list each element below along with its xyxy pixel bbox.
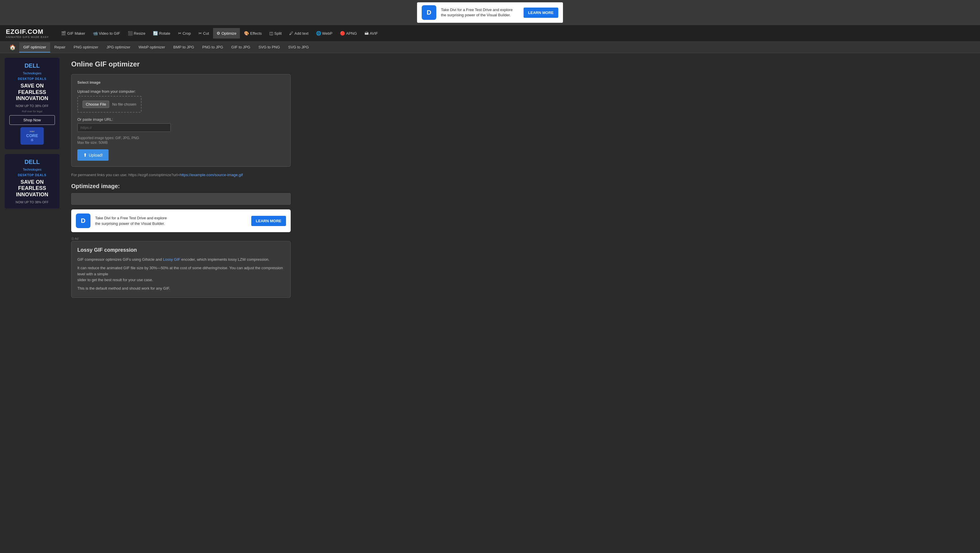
sub-nav-png-optimizer[interactable]: PNG optimizer	[70, 42, 102, 52]
crop-icon: ✂	[178, 31, 181, 36]
site-logo[interactable]: EZGIF.COM ANIMATED GIFS MADE EASY	[6, 25, 54, 41]
content-ad-info: ⓪ Ad	[71, 237, 291, 241]
optimized-image-placeholder	[71, 193, 291, 205]
nav-item-avif[interactable]: 🏔 AVIF	[361, 28, 382, 38]
sub-nav-svg-to-jpg[interactable]: SVG to JPG	[284, 42, 313, 52]
sub-nav-repair[interactable]: Repair	[50, 42, 70, 52]
top-ad-bar: D Take Divi for a Free Test Drive and ex…	[0, 0, 980, 25]
main-content: Online GIF optimizer Select image Upload…	[64, 53, 298, 305]
sidebar-ad2-sub: NOW UP TO 38% OFF	[16, 200, 48, 204]
nav-item-apng[interactable]: 🔴 APNG	[336, 28, 360, 38]
permalink-info: For permanent links you can use: https:/…	[71, 173, 291, 177]
sub-nav-gif-optimizer[interactable]: GIF optimizer	[19, 42, 50, 52]
avif-icon: 🏔	[364, 31, 369, 36]
lossy-section: Lossy GIF compression GIF compressor opt…	[71, 241, 291, 298]
select-image-box: Select image Upload image from your comp…	[71, 74, 291, 167]
apng-icon: 🔴	[340, 31, 345, 36]
gif-maker-icon: 🎬	[61, 31, 66, 36]
webp-icon: 🌐	[316, 31, 321, 36]
lossy-title: Lossy GIF compression	[77, 247, 285, 253]
split-icon: ◫	[269, 31, 273, 36]
sidebar-ad1-sub: NOW UP TO 38% OFF	[16, 104, 48, 108]
nav-item-crop[interactable]: ✂ Crop	[175, 28, 194, 38]
no-file-text: No file chosen	[112, 102, 136, 106]
lossy-text-4: This is the default method and should wo…	[77, 286, 285, 292]
nav-item-effects[interactable]: 🎨 Effects	[240, 28, 265, 38]
nav-item-add-text[interactable]: 🖊 Add text	[286, 28, 312, 38]
top-ad-banner: D Take Divi for a Free Test Drive and ex…	[417, 2, 563, 23]
sidebar-ad2-logo: DELL	[24, 159, 40, 165]
sidebar-ad1-legal: Roll over for legal	[22, 110, 42, 113]
nav-item-cut[interactable]: ✂ Cut	[195, 28, 212, 38]
top-ad-learn-more-button[interactable]: LEARN MORE	[523, 8, 558, 18]
sidebar-ad1-shop-now-button[interactable]: Shop Now	[10, 115, 55, 125]
sub-nav-bmp-to-jpg[interactable]: BMP to JPG	[169, 42, 198, 52]
paste-url-label: Or paste image URL:	[77, 117, 285, 122]
sidebar-ad1-headline: SAVE ON FEARLESS INNOVATION	[10, 83, 55, 102]
content-ad-logo: D	[76, 213, 91, 228]
sub-nav-gif-to-jpg[interactable]: GIF to JPG	[228, 42, 255, 52]
sub-nav-webp-optimizer[interactable]: WebP optimizer	[134, 42, 169, 52]
video-to-gif-icon: 📹	[93, 31, 98, 36]
nav-items: 🎬 GIF Maker 📹 Video to GIF ⬛ Resize 🔄 Ro…	[57, 28, 381, 38]
add-text-icon: 🖊	[289, 31, 293, 36]
sidebar-ad2-brand-sub: Technologies	[23, 168, 41, 171]
top-ad-text: Take Divi for a Free Test Drive and expl…	[441, 7, 519, 18]
max-file-size-text: Max file size: 50MB	[77, 141, 285, 145]
rotate-icon: 🔄	[153, 31, 158, 36]
supported-types-text: Supported image types: GIF, JPG, PNG	[77, 136, 285, 140]
sidebar-ad-2: DELL Technologies DESKTOP DEALS SAVE ON …	[5, 154, 59, 208]
nav-item-gif-maker[interactable]: 🎬 GIF Maker	[57, 28, 88, 38]
lossy-gif-link[interactable]: Lossy GIF	[163, 257, 180, 262]
page-title: Online GIF optimizer	[71, 60, 291, 68]
file-input-wrapper: Choose File No file chosen	[77, 96, 142, 113]
nav-item-rotate[interactable]: 🔄 Rotate	[150, 28, 173, 38]
sidebar-ad1-chip: intel CORE i5	[21, 127, 44, 145]
select-image-legend: Select image	[77, 80, 285, 84]
top-ad-logo: D	[422, 5, 436, 20]
nav-item-resize[interactable]: ⬛ Resize	[124, 28, 149, 38]
nav-item-video-to-gif[interactable]: 📹 Video to GIF	[89, 28, 124, 38]
nav-item-optimize[interactable]: ⚙ Optimize	[213, 28, 240, 38]
choose-file-button[interactable]: Choose File	[83, 101, 109, 108]
main-nav: EZGIF.COM ANIMATED GIFS MADE EASY 🎬 GIF …	[0, 25, 980, 42]
page-layout: DELL Technologies DESKTOP DEALS SAVE ON …	[0, 53, 980, 305]
upload-icon: ⬆	[83, 152, 87, 158]
sub-nav-home-icon[interactable]: 🏠	[6, 42, 19, 53]
effects-icon: 🎨	[244, 31, 249, 36]
optimize-icon: ⚙	[216, 31, 220, 36]
sub-nav-jpg-optimizer[interactable]: JPG optimizer	[102, 42, 135, 52]
sub-nav: 🏠 GIF optimizer Repair PNG optimizer JPG…	[0, 42, 980, 53]
upload-button[interactable]: ⬆ Upload!	[77, 149, 108, 161]
left-sidebar: DELL Technologies DESKTOP DEALS SAVE ON …	[0, 53, 64, 305]
sidebar-ad1-brand-sub: Technologies	[23, 72, 41, 75]
sidebar-ad1-deals: DESKTOP DEALS	[18, 77, 46, 81]
resize-icon: ⬛	[128, 31, 133, 36]
sub-nav-png-to-jpg[interactable]: PNG to JPG	[198, 42, 228, 52]
cut-icon: ✂	[199, 31, 202, 36]
url-input[interactable]	[77, 123, 171, 132]
content-ad-banner: D Take Divi for a Free Test Drive and ex…	[71, 210, 291, 232]
nav-item-split[interactable]: ◫ Split	[266, 28, 285, 38]
optimized-title: Optimized image:	[71, 183, 291, 189]
content-ad-learn-more-button[interactable]: LEARN MORE	[251, 216, 286, 226]
lossy-text-2: It can reduce the animated GIF file size…	[77, 265, 285, 277]
nav-item-webp[interactable]: 🌐 WebP	[313, 28, 336, 38]
sidebar-ad1-logo: DELL	[24, 62, 40, 69]
lossy-text-1: GIF compressor optimizes GIFs using Gifs…	[77, 257, 285, 263]
content-ad-text: Take Divi for a Free Test Drive and expl…	[95, 215, 247, 227]
sidebar-ad2-headline: SAVE ON FEARLESS INNOVATION	[10, 179, 55, 198]
sidebar-ad2-deals: DESKTOP DEALS	[18, 173, 46, 177]
lossy-text-3: slider to get the best result for your u…	[77, 277, 285, 283]
permalink-example-link[interactable]: https://example.com/source-image.gif	[180, 173, 243, 177]
sub-nav-svg-to-png[interactable]: SVG to PNG	[255, 42, 284, 52]
sidebar-ad-1: DELL Technologies DESKTOP DEALS SAVE ON …	[5, 58, 59, 149]
upload-label: Upload image from your computer:	[77, 89, 285, 94]
